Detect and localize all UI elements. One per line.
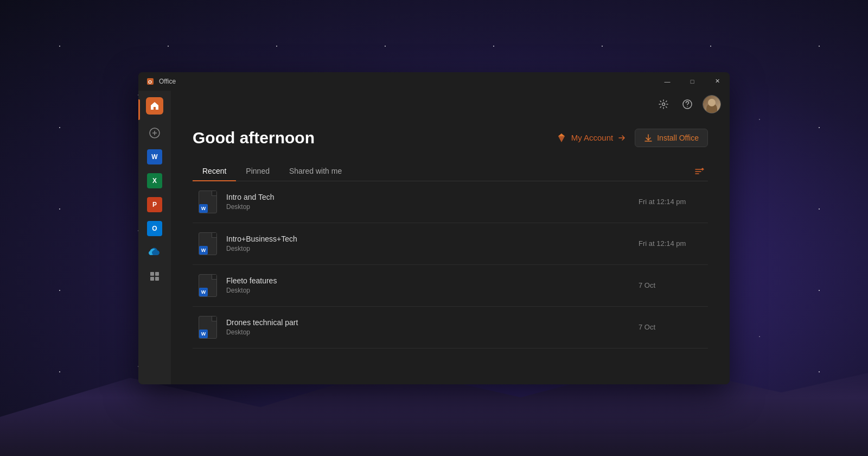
sidebar: W X P O — [138, 91, 171, 384]
window-controls: — □ ✕ — [655, 72, 730, 91]
file-name: Drones technical part — [226, 318, 639, 327]
close-button[interactable]: ✕ — [705, 72, 730, 91]
file-location: Desktop — [226, 203, 639, 211]
account-avatar[interactable] — [703, 95, 721, 113]
file-paper: W — [199, 191, 217, 213]
svg-text:O: O — [148, 79, 152, 85]
app-body: W X P O — [138, 91, 730, 384]
my-account-label: My Account — [571, 133, 614, 142]
file-info: Intro+Business+Tech Desktop — [226, 235, 639, 252]
word-badge: W — [199, 246, 208, 255]
install-office-button[interactable]: Install Office — [635, 129, 708, 147]
svg-rect-7 — [150, 277, 154, 281]
svg-rect-6 — [155, 272, 159, 276]
file-location: Desktop — [226, 245, 639, 252]
tab-pinned[interactable]: Pinned — [236, 162, 279, 181]
help-button[interactable] — [679, 96, 696, 113]
home-icon — [146, 97, 163, 115]
sidebar-item-new[interactable] — [144, 122, 165, 144]
file-icon: W — [197, 314, 219, 340]
file-row[interactable]: W Intro and Tech Desktop Fri at 12:14 pm — [193, 181, 708, 223]
svg-rect-5 — [150, 272, 154, 276]
svg-rect-8 — [155, 277, 159, 281]
file-info: Intro and Tech Desktop — [226, 193, 639, 211]
file-row[interactable]: W Intro+Business+Tech Desktop Fri at 12:… — [193, 223, 708, 265]
sidebar-item-apps[interactable] — [144, 265, 165, 287]
svg-point-9 — [662, 103, 665, 105]
file-date: 7 Oct — [639, 281, 704, 289]
settings-button[interactable] — [655, 96, 672, 113]
file-info: Fleeto features Desktop — [226, 276, 639, 294]
sidebar-item-word[interactable]: W — [144, 146, 165, 168]
file-date: 7 Oct — [639, 323, 704, 331]
file-list: W Intro and Tech Desktop Fri at 12:14 pm — [193, 181, 708, 349]
svg-marker-13 — [558, 134, 565, 136]
install-office-label: Install Office — [657, 134, 699, 142]
maximize-button[interactable]: □ — [680, 72, 705, 91]
main-content: Good afternoon My Account — [171, 118, 730, 384]
header-actions: My Account Install Office — [556, 129, 708, 147]
tab-shared[interactable]: Shared with me — [279, 162, 352, 181]
word-badge: W — [199, 330, 208, 338]
file-name: Intro and Tech — [226, 193, 639, 201]
sidebar-item-powerpoint[interactable]: P — [144, 194, 165, 216]
file-name: Fleeto features — [226, 276, 639, 285]
word-badge: W — [199, 288, 208, 296]
avatar-image — [703, 96, 720, 113]
file-row[interactable]: W Fleeto features Desktop 7 Oct — [193, 265, 708, 307]
file-location: Desktop — [226, 287, 639, 294]
tab-recent[interactable]: Recent — [193, 162, 236, 181]
app-window: O Office — □ ✕ — [138, 72, 730, 384]
sort-button[interactable] — [691, 163, 708, 180]
header-row: Good afternoon My Account — [193, 129, 708, 147]
file-date: Fri at 12:14 pm — [639, 239, 704, 248]
file-location: Desktop — [226, 328, 639, 336]
file-icon: W — [197, 273, 219, 299]
svg-point-11 — [687, 106, 688, 107]
sidebar-item-outlook[interactable]: O — [144, 218, 165, 239]
sidebar-accent — [138, 99, 140, 120]
word-badge: W — [199, 204, 208, 213]
content-area: Good afternoon My Account — [171, 91, 730, 384]
sidebar-item-home[interactable] — [144, 95, 165, 117]
my-account-button[interactable]: My Account — [556, 132, 627, 143]
file-paper: W — [199, 274, 217, 297]
file-paper: W — [199, 232, 217, 255]
file-paper: W — [199, 316, 217, 339]
minimize-button[interactable]: — — [655, 72, 680, 91]
tabs-list: Recent Pinned Shared with me — [193, 162, 352, 181]
sidebar-item-excel[interactable]: X — [144, 170, 165, 192]
title-bar: O Office — □ ✕ — [138, 72, 730, 91]
sidebar-item-onedrive[interactable] — [144, 242, 165, 263]
file-icon: W — [197, 231, 219, 257]
window-title: Office — [159, 78, 176, 85]
greeting-text: Good afternoon — [193, 129, 315, 147]
tabs-row: Recent Pinned Shared with me — [193, 162, 708, 181]
file-icon: W — [197, 189, 219, 215]
file-name: Intro+Business+Tech — [226, 235, 639, 243]
app-icon: O — [146, 77, 155, 86]
title-bar-left: O Office — [146, 77, 176, 86]
top-toolbar — [171, 91, 730, 118]
file-info: Drones technical part Desktop — [226, 318, 639, 336]
file-row[interactable]: W Drones technical part Desktop 7 Oct — [193, 307, 708, 349]
file-date: Fri at 12:14 pm — [639, 198, 704, 206]
